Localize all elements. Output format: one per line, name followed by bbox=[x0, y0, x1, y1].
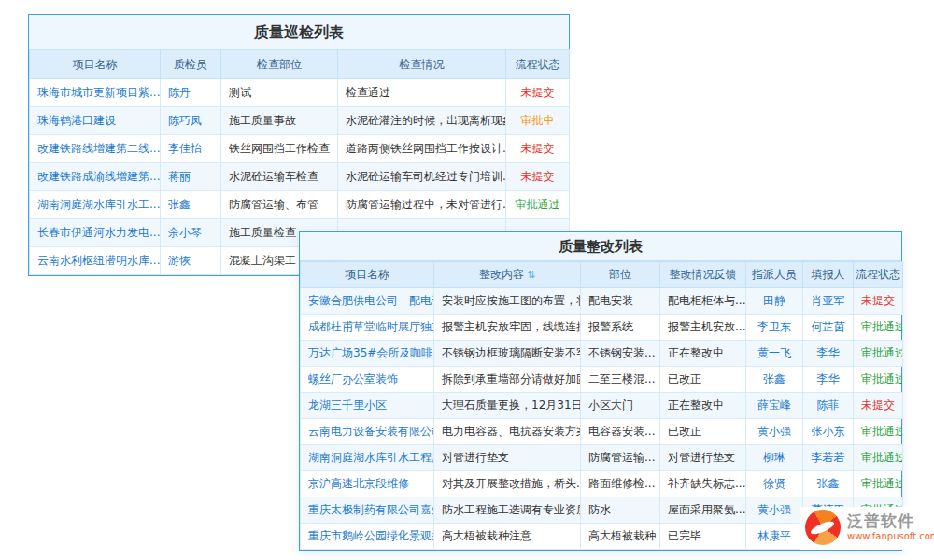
assignee-link[interactable]: 黄小强 bbox=[746, 419, 803, 445]
reporter-link[interactable]: 陈菲 bbox=[803, 393, 854, 419]
project-name-link[interactable]: 云南水利枢纽潜明水库... bbox=[30, 247, 161, 275]
project-name-link[interactable]: 成都杜甫草堂临时展厅独立展... bbox=[301, 315, 434, 341]
feedback-cell: 配电柜柜体与... bbox=[660, 288, 746, 315]
assignee-link[interactable]: 薛宝峰 bbox=[746, 393, 803, 419]
reporter-link[interactable]: 李华 bbox=[803, 341, 854, 367]
feedback-cell: 正在整改中 bbox=[660, 393, 746, 419]
table-row[interactable]: 龙湖三千里小区 大理石质量更换，12月31日之... 小区大门 正在整改中 薛宝… bbox=[301, 393, 903, 419]
assignee-link[interactable]: 李卫东 bbox=[746, 315, 803, 341]
table-row[interactable]: 珠海市城市更新项目紫... 陈丹 测试 检查通过 未提交 bbox=[30, 79, 570, 107]
col-rectify-content-label: 整改内容 bbox=[479, 268, 524, 281]
project-name-link[interactable]: 龙湖三千里小区 bbox=[301, 393, 434, 419]
fanpu-logo-icon bbox=[805, 510, 841, 545]
part-cell: 二至三楼混... bbox=[581, 367, 660, 393]
project-name-link[interactable]: 珠海市城市更新项目紫... bbox=[30, 79, 161, 107]
inspection-result-cell: 防腐管运输过程中，未对管进行... bbox=[338, 191, 506, 219]
inspector-link[interactable]: 蒋丽 bbox=[161, 163, 221, 191]
assignee-link[interactable]: 田静 bbox=[746, 288, 803, 315]
logo-name: 泛普软件 bbox=[847, 512, 934, 531]
rectify-content-cell: 对其及开展整改措施，桥头... bbox=[434, 471, 581, 497]
part-cell: 不锈钢安装... bbox=[581, 341, 660, 367]
inspector-link[interactable]: 陈巧凤 bbox=[161, 107, 221, 135]
project-name-link[interactable]: 螺丝厂办公室装饰 bbox=[301, 367, 434, 393]
feedback-cell: 已完毕 bbox=[660, 524, 746, 550]
assignee-link[interactable]: 徐贤 bbox=[746, 471, 803, 497]
assignee-link[interactable]: 林康平 bbox=[746, 524, 803, 550]
col-inspection-result: 检查情况 bbox=[338, 50, 506, 79]
inspection-result-cell: 水泥砼运输车司机经过专门培训... bbox=[338, 163, 506, 191]
project-name-link[interactable]: 万达广场35#会所及咖啡厅空... bbox=[301, 341, 434, 367]
project-name-link[interactable]: 湖南洞庭湖水库引水工程施工... bbox=[301, 445, 434, 471]
part-cell: 高大梧被栽种 bbox=[581, 524, 660, 550]
patrol-list-title: 质量巡检列表 bbox=[29, 15, 569, 49]
fanpu-logo: 泛普软件 www.fanpusoft.com bbox=[800, 507, 934, 550]
table-row[interactable]: 珠海鹤港口建设 陈巧凤 施工质量事故 水泥砼灌注的时候，出现离析现象 审批中 bbox=[30, 107, 570, 135]
project-name-link[interactable]: 重庆市鹅岭公园绿化景观提升... bbox=[301, 524, 434, 550]
rectify-content-cell: 对管进行垫支 bbox=[434, 445, 581, 471]
project-name-link[interactable]: 京沪高速北京段维修 bbox=[301, 471, 434, 497]
rectify-header-row: 项目名称 整改内容⇅ 部位 整改情况反馈 指派人员 填报人 流程状态 bbox=[301, 262, 903, 288]
feedback-cell: 已改正 bbox=[660, 367, 746, 393]
project-name-link[interactable]: 珠海鹤港口建设 bbox=[30, 107, 161, 135]
col-flow-status: 流程状态 bbox=[506, 50, 570, 79]
reporter-link[interactable]: 李华 bbox=[803, 367, 854, 393]
part-cell: 配电安装 bbox=[581, 288, 660, 315]
inspector-link[interactable]: 余小琴 bbox=[161, 219, 221, 247]
reporter-link[interactable]: 何芷茵 bbox=[803, 315, 854, 341]
table-row[interactable]: 湖南洞庭湖水库引水工... 张鑫 防腐管运输、布管 防腐管运输过程中，未对管进行… bbox=[30, 191, 570, 219]
project-name-link[interactable]: 长春市伊通河水力发电... bbox=[30, 219, 161, 247]
inspection-part-cell: 水泥砼运输车检查 bbox=[221, 163, 338, 191]
reporter-link[interactable]: 肖亚军 bbox=[803, 288, 854, 315]
inspection-result-cell: 水泥砼灌注的时候，出现离析现象 bbox=[338, 107, 506, 135]
part-cell: 路面维修检... bbox=[581, 471, 660, 497]
part-cell: 防水 bbox=[581, 497, 660, 524]
feedback-cell: 补齐缺失标志... bbox=[660, 471, 746, 497]
assignee-link[interactable]: 黄小强 bbox=[746, 497, 803, 524]
table-row[interactable]: 云南电力设备安装有限公司20... 电力电容器、电抗器安装方案... 电容器安装… bbox=[301, 419, 903, 445]
inspector-link[interactable]: 陈丹 bbox=[161, 79, 221, 107]
project-name-link[interactable]: 湖南洞庭湖水库引水工... bbox=[30, 191, 161, 219]
part-cell: 报警系统 bbox=[581, 315, 660, 341]
project-name-link[interactable]: 云南电力设备安装有限公司20... bbox=[301, 419, 434, 445]
status-badge: 审批通过 bbox=[854, 445, 903, 471]
reporter-link[interactable]: 张小东 bbox=[803, 419, 854, 445]
project-name-link[interactable]: 改建铁路成渝线增建第... bbox=[30, 163, 161, 191]
status-badge: 审批通过 bbox=[854, 367, 903, 393]
col-inspection-part: 检查部位 bbox=[221, 50, 338, 79]
inspector-link[interactable]: 张鑫 bbox=[161, 191, 221, 219]
project-name-link[interactable]: 安徽合肥供电公司—配电设备... bbox=[301, 288, 434, 315]
table-row[interactable]: 安徽合肥供电公司—配电设备... 安装时应按施工图的布置，将... 配电安装 配… bbox=[301, 288, 903, 315]
table-row[interactable]: 成都杜甫草堂临时展厅独立展... 报警主机安放牢固，线缆连接... 报警系统 报… bbox=[301, 315, 903, 341]
part-cell: 电容器安装... bbox=[581, 419, 660, 445]
project-name-link[interactable]: 重庆太极制药有限公司嘉州中... bbox=[301, 497, 434, 524]
status-badge: 审批通过 bbox=[854, 471, 903, 497]
status-badge: 未提交 bbox=[506, 135, 570, 163]
reporter-link[interactable]: 李若若 bbox=[803, 445, 854, 471]
col-rectify-content[interactable]: 整改内容⇅ bbox=[434, 262, 581, 288]
reporter-link[interactable]: 张鑫 bbox=[803, 471, 854, 497]
status-badge: 审批通过 bbox=[854, 315, 903, 341]
rectify-content-cell: 防水工程施工选调有专业资质... bbox=[434, 497, 581, 524]
table-row[interactable]: 螺丝厂办公室装饰 拆除到承重墙部分请做好加固... 二至三楼混... 已改正 张… bbox=[301, 367, 903, 393]
assignee-link[interactable]: 柳琳 bbox=[746, 445, 803, 471]
table-row[interactable]: 万达广场35#会所及咖啡厅空... 不锈钢边框玻璃隔断安装不牢... 不锈钢安装… bbox=[301, 341, 903, 367]
project-name-link[interactable]: 改建铁路线增建第二线... bbox=[30, 135, 161, 163]
logo-url: www.fanpusoft.com bbox=[847, 531, 934, 542]
table-row[interactable]: 京沪高速北京段维修 对其及开展整改措施，桥头... 路面维修检... 补齐缺失标… bbox=[301, 471, 903, 497]
inspection-result-cell: 道路两侧铁丝网围挡工作按设计... bbox=[338, 135, 506, 163]
rectify-content-cell: 电力电容器、电抗器安装方案... bbox=[434, 419, 581, 445]
inspection-part-cell: 铁丝网围挡工作检查 bbox=[221, 135, 338, 163]
feedback-cell: 正在整改中 bbox=[660, 341, 746, 367]
status-badge: 审批通过 bbox=[854, 341, 903, 367]
table-row[interactable]: 湖南洞庭湖水库引水工程施工... 对管进行垫支 防腐管运输... 对管进行垫支 … bbox=[301, 445, 903, 471]
fanpu-logo-text: 泛普软件 www.fanpusoft.com bbox=[847, 512, 934, 541]
table-row[interactable]: 改建铁路成渝线增建第... 蒋丽 水泥砼运输车检查 水泥砼运输车司机经过专门培训… bbox=[30, 163, 570, 191]
table-row[interactable]: 改建铁路线增建第二线... 李佳怡 铁丝网围挡工作检查 道路两侧铁丝网围挡工作按… bbox=[30, 135, 570, 163]
sort-icon[interactable]: ⇅ bbox=[527, 269, 535, 281]
assignee-link[interactable]: 张鑫 bbox=[746, 367, 803, 393]
inspector-link[interactable]: 游恢 bbox=[161, 247, 221, 275]
inspector-link[interactable]: 李佳怡 bbox=[161, 135, 221, 163]
feedback-cell: 屋面采用聚氨... bbox=[660, 497, 746, 524]
assignee-link[interactable]: 黄一飞 bbox=[746, 341, 803, 367]
inspection-part-cell: 测试 bbox=[221, 79, 338, 107]
